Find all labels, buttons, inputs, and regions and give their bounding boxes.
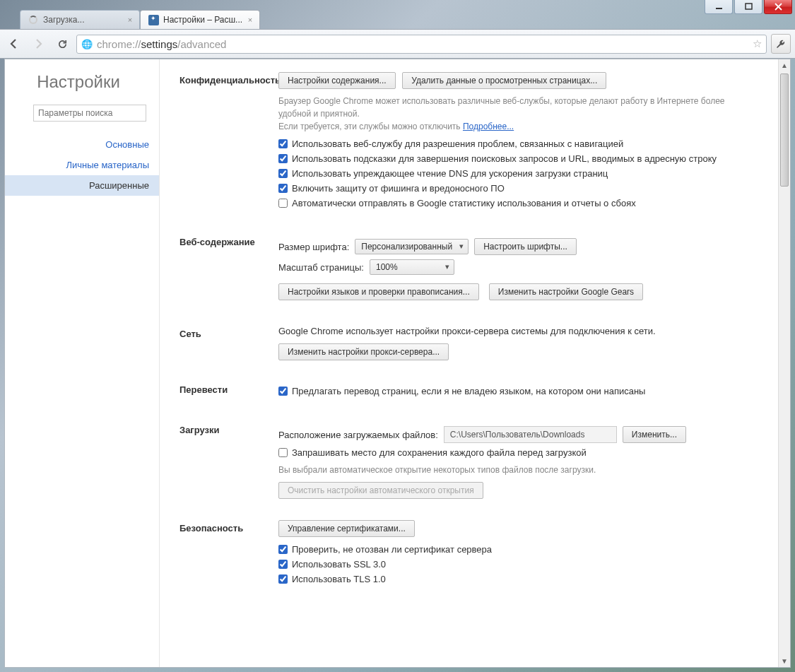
chk-navigation-error-box[interactable] [278, 139, 288, 148]
download-location-label: Расположение загружаемых файлов: [278, 430, 438, 440]
close-button[interactable] [764, 0, 792, 14]
settings-main: Конфиденциальность Настройки содержания.… [160, 59, 778, 667]
back-button[interactable] [4, 34, 24, 54]
bookmark-star-icon[interactable]: ☆ [753, 37, 762, 50]
chk-suggestions: Использовать подсказки для завершения по… [278, 153, 758, 164]
forward-button[interactable] [28, 34, 48, 54]
tab-label: Загрузка... [43, 15, 85, 25]
address-bar[interactable]: 🌐 chrome://settings/advanced ☆ [76, 35, 767, 54]
chk-label: Использовать упреждающее чтение DNS для … [292, 168, 608, 179]
section-privacy: Конфиденциальность Настройки содержания.… [179, 72, 758, 213]
section-translate: Перевести Предлагать перевод страниц, ес… [179, 382, 758, 401]
learn-more-link[interactable]: Подробнее... [463, 122, 514, 131]
chk-tls1: Использовать TLS 1.0 [278, 574, 758, 584]
url-path: /advanced [177, 38, 226, 50]
section-webcontent: Веб-содержание Размер шрифта: Персонализ… [179, 234, 758, 305]
browser-toolbar: 🌐 chrome://settings/advanced ☆ [0, 29, 795, 59]
wrench-favicon-icon [148, 14, 159, 25]
tab-settings[interactable]: Настройки – Расш... × [140, 10, 260, 29]
chk-stats-box[interactable] [278, 199, 288, 208]
privacy-help-text: Браузер Google Chrome может использовать… [278, 95, 758, 133]
chk-label: Использовать TLS 1.0 [292, 574, 386, 584]
nav-item-advanced[interactable]: Расширенные [5, 175, 159, 196]
chk-translate: Предлагать перевод страниц, если я не вл… [278, 386, 758, 396]
section-title-security: Безопасность [179, 520, 278, 589]
proxy-settings-button[interactable]: Изменить настройки прокси-сервера... [278, 343, 449, 360]
chk-cert-revocation-box[interactable] [278, 545, 288, 554]
chk-stats: Автоматически отправлять в Google статис… [278, 198, 758, 208]
clear-auto-open-button[interactable]: Очистить настройки автоматического откры… [278, 482, 483, 499]
tab-label: Настройки – Расш... [163, 15, 242, 25]
chk-label: Использовать подсказки для завершения по… [292, 153, 717, 164]
globe-icon: 🌐 [81, 39, 93, 49]
section-title-privacy: Конфиденциальность [179, 72, 278, 213]
section-downloads: Загрузки Расположение загружаемых файлов… [179, 422, 758, 499]
configure-fonts-button[interactable]: Настроить шрифты... [474, 238, 577, 255]
chk-label: Запрашивать место для сохранения каждого… [292, 447, 587, 458]
scroll-up-icon[interactable]: ▲ [779, 59, 790, 71]
zoom-label: Масштаб страницы: [278, 262, 364, 273]
content-settings-button[interactable]: Настройки содержания... [278, 72, 396, 89]
chk-label: Использовать веб-службу для разрешения п… [292, 138, 623, 149]
font-size-label: Размер шрифта: [278, 242, 349, 252]
chk-ssl3: Использовать SSL 3.0 [278, 559, 758, 570]
google-gears-button[interactable]: Изменить настройки Google Gears [489, 283, 643, 300]
chk-navigation-error: Использовать веб-службу для разрешения п… [278, 138, 758, 149]
section-title-downloads: Загрузки [179, 422, 278, 499]
chk-translate-box[interactable] [278, 387, 288, 396]
section-title-translate: Перевести [179, 382, 278, 401]
tab-strip: Загрузка... × Настройки – Расш... × [0, 0, 795, 29]
wrench-menu-button[interactable] [771, 34, 791, 54]
chk-dns-prefetch: Использовать упреждающее чтение DNS для … [278, 168, 758, 179]
page-title: Настройки [5, 72, 159, 92]
spinner-icon [28, 14, 39, 25]
vertical-scrollbar[interactable]: ▲ ▼ [778, 59, 790, 667]
chk-label: Автоматически отправлять в Google статис… [292, 198, 636, 208]
section-title-network: Сеть [179, 326, 278, 360]
network-desc: Google Chrome использует настройки прокс… [278, 326, 758, 336]
chk-tls1-box[interactable] [278, 574, 288, 584]
nav-item-basic[interactable]: Основные [5, 134, 159, 155]
chk-label: Использовать SSL 3.0 [292, 559, 386, 570]
url-scheme: chrome:// [97, 38, 141, 50]
chk-ask-save-box[interactable] [278, 448, 288, 457]
tab-close-icon[interactable]: × [245, 15, 255, 25]
chk-ask-save: Запрашивать место для сохранения каждого… [278, 447, 758, 458]
clear-browsing-button[interactable]: Удалить данные о просмотренных страницах… [402, 72, 606, 89]
section-title-webcontent: Веб-содержание [179, 234, 278, 305]
scroll-thumb[interactable] [780, 73, 789, 187]
change-download-button[interactable]: Изменить... [623, 426, 686, 443]
reload-button[interactable] [52, 34, 72, 54]
tab-close-icon[interactable]: × [125, 15, 135, 25]
content-area: Настройки Основные Личные материалы Расш… [4, 59, 791, 668]
maximize-button[interactable] [734, 0, 762, 14]
download-path-input[interactable]: C:\Users\Пользователь\Downloads [444, 426, 617, 443]
svg-rect-1 [746, 4, 752, 9]
section-security: Безопасность Управление сертификатами...… [179, 520, 758, 589]
language-settings-button[interactable]: Настройки языков и проверки правописания… [278, 283, 479, 300]
section-network: Сеть Google Chrome использует настройки … [179, 326, 758, 360]
zoom-select[interactable]: 100% [370, 259, 454, 275]
chk-cert-revocation: Проверить, не отозван ли сертификат серв… [278, 544, 758, 555]
chk-phishing-box[interactable] [278, 184, 288, 193]
chk-dns-prefetch-box[interactable] [278, 169, 288, 178]
scroll-down-icon[interactable]: ▼ [779, 655, 790, 667]
settings-search-input[interactable] [33, 105, 146, 122]
minimize-button[interactable] [705, 0, 733, 14]
chk-suggestions-box[interactable] [278, 154, 288, 163]
tab-loading[interactable]: Загрузка... × [20, 10, 140, 29]
chk-phishing: Включить защиту от фишинга и вредоносног… [278, 183, 758, 194]
chk-label: Проверить, не отозван ли сертификат серв… [292, 544, 492, 555]
window-controls [705, 0, 792, 14]
chk-label: Включить защиту от фишинга и вредоносног… [292, 183, 505, 194]
privacy-desc1: Браузер Google Chrome может использовать… [278, 96, 724, 119]
font-size-select[interactable]: Персонализированный [355, 239, 469, 254]
nav-item-personal[interactable]: Личные материалы [5, 155, 159, 175]
url-host: settings [141, 38, 178, 50]
settings-sidebar: Настройки Основные Личные материалы Расш… [5, 59, 160, 667]
settings-nav: Основные Личные материалы Расширенные [5, 134, 159, 196]
manage-certs-button[interactable]: Управление сертификатами... [278, 520, 415, 537]
privacy-desc2: Если требуется, эти службы можно отключи… [278, 122, 463, 131]
chk-ssl3-box[interactable] [278, 560, 288, 569]
auto-open-desc: Вы выбрали автоматическое открытие некот… [278, 464, 758, 476]
